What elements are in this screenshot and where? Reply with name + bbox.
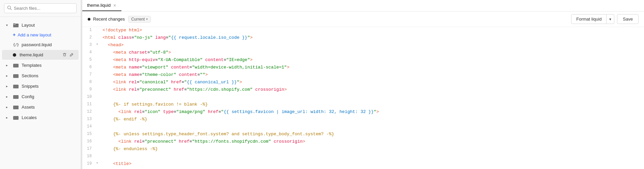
line-number-9: 9	[82, 86, 94, 93]
line-content-6: <meta name="viewport" content="width=dev…	[100, 64, 644, 71]
sidebar-item-layout-label: Layout	[22, 23, 75, 28]
line-content-15: {%- unless settings.type_header_font.sys…	[100, 131, 644, 138]
code-line-11: 11 {%- if settings.favicon != blank -%}	[82, 101, 644, 109]
svg-rect-4	[13, 64, 19, 67]
line-collapse-19[interactable]: ▾	[94, 161, 100, 166]
sidebar-item-sections-label: Sections	[22, 73, 75, 78]
code-line-17: 17 {%- endunless -%}	[82, 146, 644, 153]
line-content-17: {%- endunless -%}	[100, 146, 644, 153]
tab-bar: theme.liquid ×	[82, 0, 644, 11]
theme-liquid-actions	[62, 52, 75, 58]
sidebar-item-templates-label: Templates	[22, 63, 75, 68]
folder-sections-icon	[13, 73, 19, 79]
code-line-18: 18	[82, 153, 644, 161]
folder-assets-icon	[13, 104, 19, 110]
editor-area: Recent changes Current ▾ Format liquid ▾…	[82, 11, 644, 169]
line-content-16: <link rel="preconnect" href="https://fon…	[100, 138, 644, 145]
plus-icon: +	[13, 32, 16, 37]
svg-rect-8	[13, 106, 19, 109]
line-number-19: 19	[82, 161, 94, 167]
badge-chevron-icon: ▾	[146, 17, 148, 21]
line-number-1: 1	[82, 27, 94, 33]
code-line-15: 15 {%- unless settings.type_header_font.…	[82, 131, 644, 138]
toolbar-actions: Format liquid ▾ Save	[571, 14, 639, 24]
add-layout-label: Add a new layout	[18, 32, 51, 37]
liquid-file-icon: {/}	[13, 41, 19, 48]
sidebar-nav: ▾ Layout + Add a new layout {/} password…	[0, 17, 81, 125]
tab-label: theme.liquid	[87, 3, 111, 8]
line-content-13: {%- endif -%}	[100, 116, 644, 123]
line-content-1: <!doctype html>	[100, 27, 644, 34]
folder-config-icon	[13, 93, 19, 100]
line-number-18: 18	[82, 153, 94, 160]
code-line-16: 16 <link rel="preconnect" href="https://…	[82, 138, 644, 146]
main-area: theme.liquid × Recent changes Current ▾ …	[82, 0, 644, 169]
sidebar-item-config-label: Config	[22, 94, 75, 99]
line-content-2: <html class="no-js" lang="{{ request.loc…	[100, 34, 644, 41]
sidebar-item-password-label: password.liquid	[22, 42, 75, 47]
line-content-9: <link rel="preconnect" href="https://cdn…	[100, 86, 644, 93]
sidebar-item-theme-label: theme.liquid	[20, 52, 59, 57]
rename-button[interactable]	[69, 52, 75, 58]
line-number-13: 13	[82, 116, 94, 122]
format-dropdown-button[interactable]: ▾	[607, 14, 614, 24]
line-content-19: <title>	[100, 161, 644, 168]
current-badge[interactable]: Current ▾	[128, 16, 151, 23]
search-input[interactable]	[14, 6, 74, 11]
code-line-4: 4 <meta charset="utf-8">	[82, 49, 644, 57]
folder-locales-icon	[13, 114, 19, 120]
sidebar-item-locales-label: Locales	[22, 115, 75, 120]
chevron-right-icon-snippets: ▸	[6, 84, 10, 88]
line-number-7: 7	[82, 72, 94, 78]
line-collapse-3[interactable]: ▾	[94, 42, 100, 47]
line-number-2: 2	[82, 34, 94, 41]
line-content-11: {%- if settings.favicon != blank -%}	[100, 101, 644, 108]
line-number-12: 12	[82, 109, 94, 115]
format-liquid-button[interactable]: Format liquid	[571, 14, 607, 24]
svg-rect-7	[13, 95, 19, 99]
current-badge-label: Current	[131, 17, 145, 22]
code-line-12: 12 <link rel="icon" type="image/png" hre…	[82, 109, 644, 116]
code-line-8: 8 <link rel="canonical" href="{{ canonic…	[82, 79, 644, 86]
line-content-5: <meta http-equiv="X-UA-Compatible" conte…	[100, 57, 644, 64]
line-number-14: 14	[82, 123, 94, 130]
sidebar-item-config[interactable]: ▸ Config	[2, 91, 79, 102]
sidebar-add-layout[interactable]: + Add a new layout	[2, 30, 79, 39]
svg-rect-9	[13, 116, 19, 120]
sidebar-item-sections[interactable]: ▸ Sections	[2, 71, 79, 81]
tab-close-button[interactable]: ×	[113, 3, 117, 8]
sidebar-item-snippets[interactable]: ▸ Snippets	[2, 81, 79, 91]
search-icon	[7, 5, 12, 11]
line-content-12: <link rel="icon" type="image/png" href="…	[100, 109, 644, 116]
folder-snippets-icon	[13, 83, 19, 89]
svg-line-1	[10, 9, 12, 10]
sidebar: ▾ Layout + Add a new layout {/} password…	[0, 0, 81, 169]
liquid-file-icon-active	[13, 53, 16, 57]
svg-rect-5	[13, 74, 19, 78]
code-line-1: 1 <!doctype html>	[82, 27, 644, 34]
line-number-3: 3	[82, 42, 94, 48]
sidebar-item-assets[interactable]: ▸ Assets	[2, 102, 79, 112]
line-number-16: 16	[82, 138, 94, 145]
code-line-7: 7 <meta name="theme-color" content="">	[82, 72, 644, 79]
svg-rect-3	[13, 24, 16, 25]
sidebar-item-theme-liquid[interactable]: theme.liquid	[2, 50, 79, 60]
code-editor[interactable]: 1 <!doctype html> 2 <html class="no-js" …	[82, 27, 644, 169]
code-line-5: 5 <meta http-equiv="X-UA-Compatible" con…	[82, 57, 644, 64]
code-line-14: 14	[82, 123, 644, 131]
chevron-right-icon-sections: ▸	[6, 74, 10, 78]
tab-theme-liquid[interactable]: theme.liquid ×	[82, 0, 121, 11]
search-box[interactable]	[4, 3, 77, 13]
line-number-15: 15	[82, 131, 94, 137]
recent-changes-label: Recent changes	[93, 17, 125, 22]
delete-button[interactable]	[62, 52, 67, 58]
code-line-19: 19 ▾ <title>	[82, 161, 644, 168]
line-number-11: 11	[82, 101, 94, 108]
folder-icon	[13, 22, 19, 28]
sidebar-item-layout[interactable]: ▾ Layout	[2, 20, 79, 30]
save-button[interactable]: Save	[617, 14, 639, 24]
chevron-right-icon-locales: ▸	[6, 116, 10, 119]
sidebar-item-locales[interactable]: ▸ Locales	[2, 112, 79, 122]
sidebar-item-password-liquid[interactable]: {/} password.liquid	[2, 39, 79, 50]
sidebar-item-templates[interactable]: ▸ Templates	[2, 60, 79, 70]
